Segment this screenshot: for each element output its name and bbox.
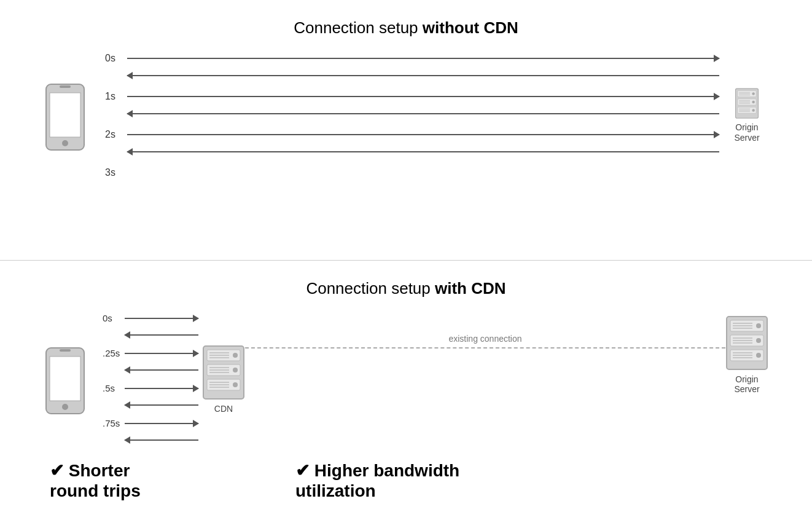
- cdn-row-25-ret: [103, 361, 198, 379]
- svg-rect-1: [50, 93, 80, 137]
- svg-point-3: [62, 140, 68, 146]
- svg-point-30: [233, 382, 238, 387]
- cdn-server-area: CDN: [202, 345, 245, 414]
- arrow-right-0: [127, 58, 719, 59]
- cdn-row-5: .5s: [103, 379, 198, 398]
- bottom-title: Connection setup with CDN: [306, 279, 506, 298]
- origin-server-top-label: OriginServer: [734, 122, 759, 143]
- cdn-row-75: .75s: [103, 414, 198, 433]
- bottom-benefits: ✔ Shorter round trips ✔ Higher bandwidth…: [44, 460, 768, 502]
- cdn-arrow-left-0: [125, 334, 198, 336]
- phone-icon-bottom: [44, 345, 87, 413]
- cdn-row-0: 0s: [103, 309, 198, 328]
- arrow-right-2: [127, 134, 719, 135]
- top-diagram: 0s 1s 2s: [44, 49, 768, 183]
- cdn-arrow-right-0: [125, 318, 198, 319]
- svg-rect-22: [60, 349, 71, 352]
- cdn-row-0-ret: [103, 326, 198, 344]
- cdn-row-25: .25s: [103, 344, 198, 363]
- cdn-arrow-right-25: [125, 353, 198, 354]
- top-title: Connection setup without CDN: [294, 18, 518, 37]
- middle-connection: existing connection: [245, 309, 725, 349]
- cdn-arrow-left-75: [125, 439, 198, 441]
- bottom-section: Connection setup with CDN 0s: [0, 261, 812, 521]
- time-row-1s-return: [105, 104, 719, 124]
- top-section: Connection setup without CDN 0s: [0, 0, 812, 261]
- svg-point-44: [756, 323, 761, 328]
- existing-connection-label: existing connection: [448, 334, 521, 344]
- benefit-shorter-trips: ✔ Shorter round trips: [44, 460, 277, 502]
- svg-point-9: [752, 101, 754, 103]
- cdn-arrow-left-25: [125, 369, 198, 371]
- origin-server-bottom-area: OriginServer: [725, 309, 768, 395]
- cdn-timeline: 0s .25s .5s: [99, 309, 202, 449]
- bottom-diagram: 0s .25s .5s: [44, 309, 768, 449]
- time-row-3s: 3s: [105, 163, 719, 183]
- dotted-line: [245, 347, 725, 349]
- arrow-right-1: [127, 96, 719, 97]
- svg-point-8: [752, 92, 754, 95]
- cdn-row-5-ret: [103, 396, 198, 414]
- svg-rect-2: [60, 85, 71, 88]
- arrow-left-2: [127, 151, 719, 152]
- cdn-label: CDN: [214, 404, 233, 414]
- benefit-higher-bandwidth: ✔ Higher bandwidth utilization: [277, 460, 768, 502]
- time-row-2s-return: [105, 142, 719, 162]
- origin-server-top: OriginServer: [725, 88, 768, 143]
- svg-point-28: [233, 353, 238, 358]
- svg-point-45: [756, 338, 761, 343]
- svg-point-29: [233, 368, 238, 372]
- cdn-arrow-left-5: [125, 404, 198, 406]
- phone-icon: [44, 82, 87, 149]
- cdn-arrow-right-75: [125, 423, 198, 424]
- cdn-arrow-right-5: [125, 388, 198, 389]
- origin-server-bottom-label: OriginServer: [734, 374, 759, 395]
- arrow-left-1: [127, 113, 719, 114]
- svg-point-46: [756, 353, 761, 358]
- cdn-row-75-ret: [103, 431, 198, 449]
- bottom-left-area: 0s .25s .5s: [44, 309, 245, 449]
- svg-rect-21: [50, 357, 80, 401]
- svg-point-10: [752, 109, 754, 111]
- top-timeline: 0s 1s 2s: [99, 49, 725, 183]
- arrow-left-0: [127, 75, 719, 76]
- time-row-0s-return: [105, 66, 719, 85]
- svg-point-23: [62, 404, 68, 410]
